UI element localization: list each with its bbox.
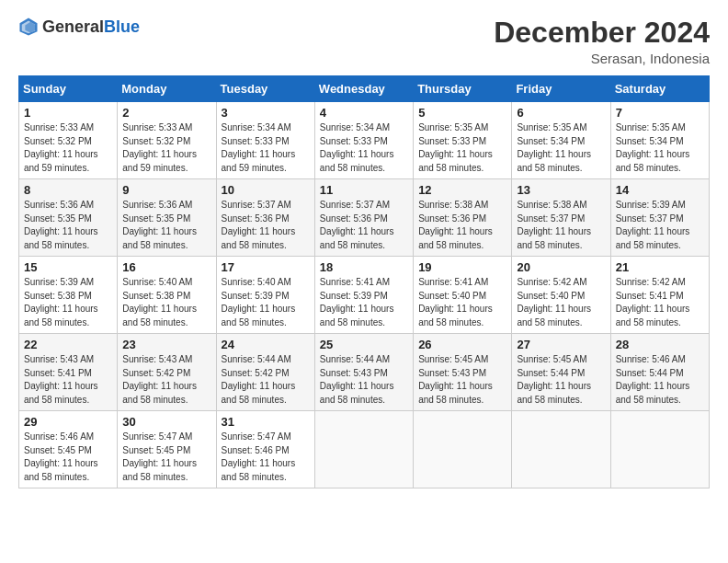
day-number: 19 [418, 260, 506, 274]
calendar-cell: 30 Sunrise: 5:47 AMSunset: 5:45 PMDaylig… [118, 411, 216, 488]
day-detail: Sunrise: 5:41 AMSunset: 5:39 PMDaylight:… [320, 276, 408, 329]
calendar-cell: 25 Sunrise: 5:44 AMSunset: 5:43 PMDaylig… [314, 334, 413, 411]
day-detail: Sunrise: 5:43 AMSunset: 5:41 PMDaylight:… [24, 353, 112, 407]
day-detail: Sunrise: 5:33 AMSunset: 5:32 PMDaylight:… [122, 121, 210, 175]
day-detail: Sunrise: 5:47 AMSunset: 5:45 PMDaylight:… [122, 431, 210, 484]
logo-icon [18, 17, 39, 37]
calendar-cell [512, 411, 610, 488]
calendar-cell: 7 Sunrise: 5:35 AMSunset: 5:34 PMDayligh… [610, 102, 709, 179]
day-detail: Sunrise: 5:47 AMSunset: 5:46 PMDaylight:… [222, 431, 310, 484]
day-detail: Sunrise: 5:36 AMSunset: 5:35 PMDaylight:… [24, 199, 112, 252]
day-number: 18 [320, 260, 408, 274]
day-detail: Sunrise: 5:46 AMSunset: 5:45 PMDaylight:… [24, 431, 112, 484]
page: GeneralBlue December 2024 Serasan, Indon… [0, 0, 728, 563]
day-number: 7 [616, 106, 704, 120]
calendar-cell: 3 Sunrise: 5:34 AMSunset: 5:33 PMDayligh… [216, 102, 314, 179]
calendar-week-row: 1 Sunrise: 5:33 AMSunset: 5:32 PMDayligh… [19, 102, 710, 179]
day-detail: Sunrise: 5:35 AMSunset: 5:34 PMDaylight:… [517, 121, 605, 175]
calendar-cell: 14 Sunrise: 5:39 AMSunset: 5:37 PMDaylig… [610, 179, 709, 257]
calendar-cell: 28 Sunrise: 5:46 AMSunset: 5:44 PMDaylig… [610, 334, 709, 411]
day-number: 30 [122, 415, 210, 429]
day-detail: Sunrise: 5:45 AMSunset: 5:43 PMDaylight:… [418, 353, 506, 407]
calendar-cell: 18 Sunrise: 5:41 AMSunset: 5:39 PMDaylig… [314, 257, 413, 334]
calendar-week-row: 29 Sunrise: 5:46 AMSunset: 5:45 PMDaylig… [19, 411, 710, 488]
calendar-header-row: Sunday Monday Tuesday Wednesday Thursday… [19, 76, 710, 102]
day-detail: Sunrise: 5:33 AMSunset: 5:32 PMDaylight:… [24, 121, 112, 175]
calendar-cell: 27 Sunrise: 5:45 AMSunset: 5:44 PMDaylig… [512, 334, 610, 411]
day-number: 23 [122, 338, 210, 351]
day-detail: Sunrise: 5:36 AMSunset: 5:35 PMDaylight:… [122, 199, 210, 252]
day-detail: Sunrise: 5:37 AMSunset: 5:36 PMDaylight:… [222, 199, 310, 252]
day-number: 26 [418, 338, 506, 351]
day-number: 6 [517, 106, 605, 120]
logo: GeneralBlue [18, 17, 140, 37]
calendar-cell: 21 Sunrise: 5:42 AMSunset: 5:41 PMDaylig… [610, 257, 709, 334]
day-number: 15 [24, 260, 112, 274]
day-detail: Sunrise: 5:35 AMSunset: 5:33 PMDaylight:… [418, 121, 506, 175]
calendar-cell: 11 Sunrise: 5:37 AMSunset: 5:36 PMDaylig… [314, 179, 413, 257]
month-title: December 2024 [494, 17, 710, 49]
day-detail: Sunrise: 5:44 AMSunset: 5:42 PMDaylight:… [222, 353, 310, 407]
day-number: 11 [320, 183, 408, 197]
day-detail: Sunrise: 5:45 AMSunset: 5:44 PMDaylight:… [517, 353, 605, 407]
day-number: 5 [418, 106, 506, 120]
col-monday: Monday [118, 76, 216, 102]
day-number: 3 [222, 106, 310, 120]
day-detail: Sunrise: 5:34 AMSunset: 5:33 PMDaylight:… [222, 121, 310, 175]
col-sunday: Sunday [19, 76, 118, 102]
col-saturday: Saturday [610, 76, 709, 102]
day-number: 16 [122, 260, 210, 274]
calendar-cell: 1 Sunrise: 5:33 AMSunset: 5:32 PMDayligh… [19, 102, 118, 179]
calendar-cell: 20 Sunrise: 5:42 AMSunset: 5:40 PMDaylig… [512, 257, 610, 334]
calendar-cell: 22 Sunrise: 5:43 AMSunset: 5:41 PMDaylig… [19, 334, 118, 411]
day-number: 22 [24, 338, 112, 351]
header: GeneralBlue December 2024 Serasan, Indon… [18, 17, 710, 66]
calendar-cell [610, 411, 709, 488]
calendar-cell: 29 Sunrise: 5:46 AMSunset: 5:45 PMDaylig… [19, 411, 118, 488]
calendar-cell: 13 Sunrise: 5:38 AMSunset: 5:37 PMDaylig… [512, 179, 610, 257]
calendar-week-row: 22 Sunrise: 5:43 AMSunset: 5:41 PMDaylig… [19, 334, 710, 411]
calendar-cell [414, 411, 512, 488]
col-friday: Friday [512, 76, 610, 102]
day-detail: Sunrise: 5:44 AMSunset: 5:43 PMDaylight:… [320, 353, 408, 407]
day-detail: Sunrise: 5:34 AMSunset: 5:33 PMDaylight:… [320, 121, 408, 175]
col-thursday: Thursday [414, 76, 512, 102]
day-number: 1 [24, 106, 112, 120]
day-number: 21 [616, 260, 704, 274]
day-detail: Sunrise: 5:42 AMSunset: 5:41 PMDaylight:… [616, 276, 704, 329]
calendar-cell: 15 Sunrise: 5:39 AMSunset: 5:38 PMDaylig… [19, 257, 118, 334]
calendar-cell: 2 Sunrise: 5:33 AMSunset: 5:32 PMDayligh… [118, 102, 216, 179]
calendar-cell: 24 Sunrise: 5:44 AMSunset: 5:42 PMDaylig… [216, 334, 314, 411]
logo-blue: Blue [104, 17, 140, 36]
day-number: 28 [616, 338, 704, 351]
day-detail: Sunrise: 5:46 AMSunset: 5:44 PMDaylight:… [616, 353, 704, 407]
day-number: 27 [517, 338, 605, 351]
calendar-week-row: 15 Sunrise: 5:39 AMSunset: 5:38 PMDaylig… [19, 257, 710, 334]
day-number: 29 [24, 415, 112, 429]
day-detail: Sunrise: 5:39 AMSunset: 5:37 PMDaylight:… [616, 199, 704, 252]
day-number: 4 [320, 106, 408, 120]
calendar-week-row: 8 Sunrise: 5:36 AMSunset: 5:35 PMDayligh… [19, 179, 710, 257]
day-number: 24 [222, 338, 310, 351]
calendar-cell: 17 Sunrise: 5:40 AMSunset: 5:39 PMDaylig… [216, 257, 314, 334]
calendar-cell: 8 Sunrise: 5:36 AMSunset: 5:35 PMDayligh… [19, 179, 118, 257]
logo-text: GeneralBlue [42, 17, 140, 37]
logo-general: General [42, 17, 104, 36]
calendar-cell: 16 Sunrise: 5:40 AMSunset: 5:38 PMDaylig… [118, 257, 216, 334]
day-detail: Sunrise: 5:40 AMSunset: 5:38 PMDaylight:… [122, 276, 210, 329]
day-detail: Sunrise: 5:40 AMSunset: 5:39 PMDaylight:… [222, 276, 310, 329]
calendar-cell: 26 Sunrise: 5:45 AMSunset: 5:43 PMDaylig… [414, 334, 512, 411]
calendar-cell: 31 Sunrise: 5:47 AMSunset: 5:46 PMDaylig… [216, 411, 314, 488]
calendar-cell: 6 Sunrise: 5:35 AMSunset: 5:34 PMDayligh… [512, 102, 610, 179]
calendar-cell: 9 Sunrise: 5:36 AMSunset: 5:35 PMDayligh… [118, 179, 216, 257]
day-number: 20 [517, 260, 605, 274]
day-number: 14 [616, 183, 704, 197]
day-number: 8 [24, 183, 112, 197]
day-number: 25 [320, 338, 408, 351]
title-section: December 2024 Serasan, Indonesia [494, 17, 710, 66]
calendar-cell: 10 Sunrise: 5:37 AMSunset: 5:36 PMDaylig… [216, 179, 314, 257]
day-detail: Sunrise: 5:39 AMSunset: 5:38 PMDaylight:… [24, 276, 112, 329]
day-number: 2 [122, 106, 210, 120]
day-detail: Sunrise: 5:38 AMSunset: 5:37 PMDaylight:… [517, 199, 605, 252]
day-detail: Sunrise: 5:42 AMSunset: 5:40 PMDaylight:… [517, 276, 605, 329]
